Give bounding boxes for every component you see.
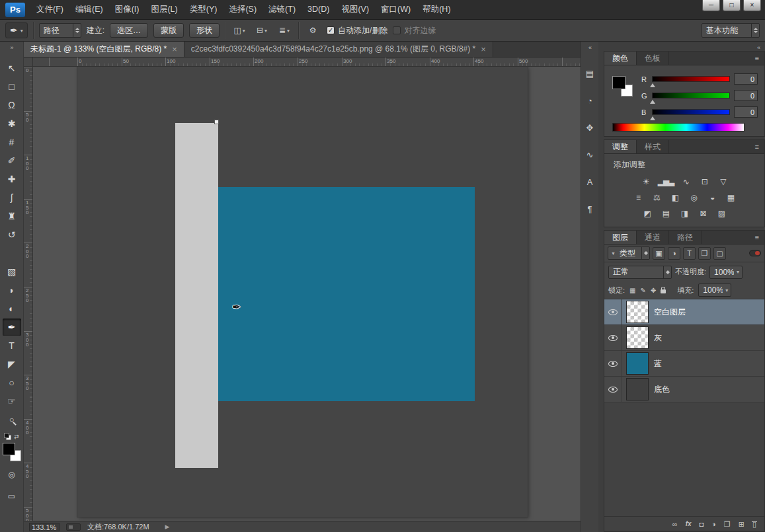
menu-image[interactable]: 图像(I) — [109, 0, 145, 19]
green-slider[interactable] — [652, 93, 730, 98]
brush-tool[interactable]: ʃ — [3, 189, 21, 206]
spinner-icon[interactable] — [641, 247, 649, 259]
dock-panel-icon-3[interactable]: ✥ — [583, 120, 597, 135]
layer-thumbnail[interactable] — [626, 352, 649, 375]
layer-thumbnail[interactable] — [626, 326, 649, 349]
new-group-icon[interactable]: ❐ — [724, 521, 731, 528]
vertical-ruler[interactable]: 0 50 100 150 200 250 300 350 400 450 500 — [24, 67, 33, 521]
filter-pixel-layers-icon[interactable]: ▣ — [653, 247, 665, 260]
adjustment-hue-saturation-icon[interactable]: ≡ — [631, 192, 645, 203]
auto-add-delete-checkbox[interactable]: ✓ 自动添加/删除 — [327, 25, 387, 36]
gradient-tool[interactable]: ▧ — [3, 263, 21, 280]
layer-row-base[interactable]: 底色 — [604, 377, 764, 402]
path-arrange-button[interactable]: ≣ ▾ — [276, 23, 293, 38]
eyedropper-tool[interactable]: ✐ — [3, 152, 21, 169]
checkbox-checked-icon[interactable]: ✓ — [327, 26, 335, 34]
close-button[interactable]: × — [743, 0, 761, 11]
opacity-dropdown[interactable]: 100% ▾ — [709, 266, 743, 279]
pen-options-gear-button[interactable]: ⚙ — [304, 23, 321, 38]
layer-thumbnail[interactable] — [626, 378, 649, 400]
tab-paths[interactable]: 路径 — [669, 231, 702, 244]
layer-style-icon[interactable]: fx — [686, 521, 692, 527]
spinner-icon[interactable] — [751, 24, 759, 37]
path-mode-dropdown[interactable]: 路径 — [39, 23, 81, 38]
adjustment-vibrance-icon[interactable]: ▽ — [716, 176, 729, 187]
tab-swatches[interactable]: 色板 — [637, 52, 669, 65]
spinner-icon[interactable] — [663, 266, 671, 278]
make-shape-button[interactable]: 形状 — [189, 23, 220, 38]
new-adjustment-layer-icon[interactable]: ◑ — [711, 521, 716, 528]
ellipse-tool[interactable]: ○ — [3, 374, 21, 391]
collapse-dock-icon[interactable]: « — [757, 44, 760, 51]
dock-panel-icon-1[interactable]: ▤ — [583, 66, 597, 81]
adjustment-gradient-map-icon[interactable]: ▨ — [715, 208, 728, 219]
type-tool[interactable]: T — [3, 337, 21, 354]
lock-all-icon[interactable] — [661, 289, 666, 293]
eraser-tool[interactable] — [3, 245, 21, 262]
close-icon[interactable]: × — [481, 44, 486, 54]
blue-slider[interactable] — [652, 109, 730, 115]
clone-stamp-tool[interactable]: ♜ — [3, 208, 21, 225]
adjustment-channel-mixer-icon[interactable]: ◒ — [705, 192, 719, 203]
panel-menu-icon[interactable]: ≡ — [750, 140, 764, 153]
menu-file[interactable]: 文件(F) — [30, 0, 69, 19]
layer-name[interactable]: 灰 — [654, 332, 662, 344]
adjustment-posterize-icon[interactable]: ▤ — [659, 208, 672, 219]
menu-filter[interactable]: 滤镜(T) — [262, 0, 302, 19]
dodge-tool[interactable]: ◐ — [3, 300, 21, 317]
layer-row-blank-layer[interactable]: 空白图层 — [604, 299, 764, 325]
panel-menu-icon[interactable]: ≡ — [750, 231, 764, 244]
make-mask-button[interactable]: 蒙版 — [153, 23, 184, 38]
adjustment-photo-filter-icon[interactable]: ◎ — [687, 192, 700, 203]
slider-knob[interactable] — [650, 97, 655, 104]
blue-value-field[interactable]: 0 — [734, 106, 758, 118]
menu-select[interactable]: 选择(S) — [223, 0, 262, 19]
foreground-color-swatch[interactable] — [612, 76, 625, 89]
dock-panel-icon-2[interactable]: ◔ — [583, 93, 597, 108]
adjustment-curves-icon[interactable]: ∿ — [679, 176, 692, 187]
toolbar-collapse-icon[interactable]: » — [10, 44, 13, 52]
layer-filter-dropdown[interactable]: ▼ 类型 — [608, 247, 650, 260]
layer-name[interactable]: 蓝 — [654, 358, 662, 369]
slider-knob[interactable] — [650, 81, 655, 87]
layer-row-gray[interactable]: 灰 — [604, 325, 764, 351]
adjustment-color-lookup-icon[interactable]: ▦ — [724, 192, 737, 203]
spinner-icon[interactable] — [73, 24, 81, 37]
layer-filter-toggle[interactable] — [749, 250, 761, 256]
quick-selection-tool[interactable]: ✱ — [3, 115, 21, 132]
zoom-tool[interactable]: ○ — [3, 411, 21, 428]
link-layers-icon[interactable]: ∞ — [672, 521, 678, 528]
lock-position-icon[interactable]: ✥ — [651, 287, 656, 294]
red-slider[interactable] — [652, 76, 730, 82]
layer-thumbnail[interactable] — [626, 301, 649, 323]
slider-knob[interactable] — [650, 114, 655, 120]
filter-shape-layers-icon[interactable]: ❐ — [698, 247, 711, 260]
filter-type-layers-icon[interactable]: T — [683, 247, 696, 260]
status-options-arrow-icon[interactable]: ▶ — [165, 523, 170, 530]
quick-mask-button[interactable]: ◎ — [3, 466, 21, 483]
path-alignment-button[interactable]: ⊟ ▾ — [253, 23, 270, 38]
crop-tool[interactable]: # — [3, 133, 21, 151]
swap-colors-icon[interactable]: ⇄ — [14, 434, 19, 440]
adjustment-color-balance-icon[interactable]: ⚖ — [650, 192, 663, 203]
lasso-tool[interactable]: Ω — [3, 96, 21, 114]
new-layer-icon[interactable]: ⊞ — [739, 521, 745, 528]
layer-name[interactable]: 底色 — [654, 384, 670, 395]
dock-panel-icon-4[interactable]: ∿ — [583, 147, 597, 162]
adjustment-invert-icon[interactable]: ◩ — [641, 208, 654, 219]
menu-help[interactable]: 帮助(H) — [417, 0, 456, 19]
layer-visibility-toggle[interactable] — [604, 325, 622, 350]
menu-layer[interactable]: 图层(L) — [145, 0, 183, 19]
add-layer-mask-icon[interactable]: ◘ — [700, 521, 704, 528]
workspace-dropdown[interactable]: 基本功能 — [702, 23, 760, 38]
foreground-color-swatch[interactable] — [3, 443, 15, 455]
document-tab-untitled[interactable]: 未标题-1 @ 133% (空白图层, RGB/8) * × — [24, 42, 184, 57]
green-value-field[interactable]: 0 — [734, 90, 758, 101]
blur-tool[interactable]: ◗ — [3, 282, 21, 299]
make-selection-button[interactable]: 选区… — [110, 23, 148, 38]
delete-layer-icon[interactable]: ▯ — [752, 521, 756, 528]
menu-view[interactable]: 视图(V) — [335, 0, 375, 19]
expand-panels-icon[interactable]: « — [588, 44, 591, 54]
maximize-button[interactable]: □ — [723, 0, 741, 11]
path-operations-button[interactable]: ◫ ▾ — [231, 23, 248, 38]
